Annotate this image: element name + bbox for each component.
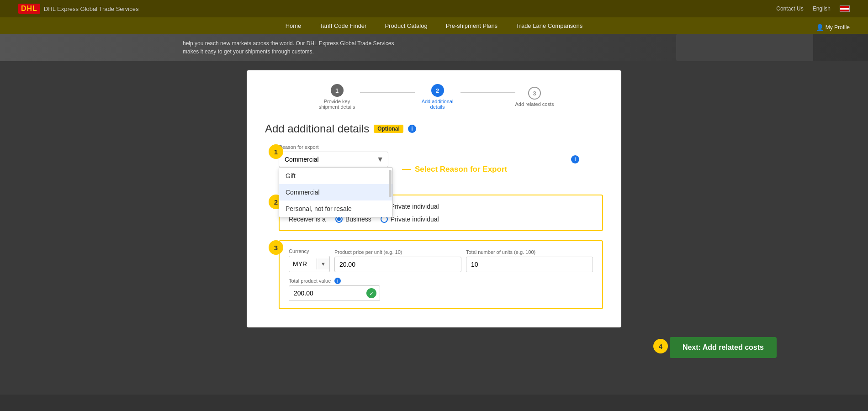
- hero-area: help you reach new markets across the wo…: [0, 34, 868, 61]
- section-3: Currency ▼ Product price per unit (e.g. …: [279, 240, 603, 309]
- currency-dropdown-arrow[interactable]: ▼: [317, 258, 329, 269]
- total-product-label: Total product value: [289, 278, 331, 284]
- section-1-wrapper: 1 Reason for export Commercial ▼ Gift Co…: [279, 144, 603, 167]
- step-1-label: Provide key shipment details: [314, 99, 360, 110]
- step-1-circle: 1: [331, 84, 344, 97]
- currency-wrapper: Currency ▼: [289, 248, 330, 272]
- optional-badge: Optional: [374, 125, 403, 133]
- currency-label: Currency: [289, 248, 330, 254]
- section-4-number: 4: [653, 339, 668, 353]
- section-3-number: 3: [269, 240, 283, 255]
- export-reason-select[interactable]: Commercial: [279, 152, 388, 167]
- export-reason-label: Reason for export: [279, 144, 603, 150]
- step-2-label: Add additional details: [415, 99, 460, 110]
- dropdown-scrollbar: [389, 168, 392, 217]
- step-connector-1: [360, 92, 415, 93]
- content-area: 1 Provide key shipment details 2 Add add…: [0, 61, 868, 395]
- nav-product[interactable]: Product Catalog: [385, 22, 427, 29]
- total-info-icon[interactable]: i: [334, 278, 341, 284]
- section-1: Reason for export Commercial ▼ Gift Comm…: [279, 144, 603, 167]
- unit-price-input[interactable]: [334, 257, 461, 272]
- dropdown-scrollbar-thumb: [389, 170, 392, 197]
- hero-image: [676, 34, 813, 61]
- nav-bar: Home Tariff Code Finder Product Catalog …: [0, 17, 868, 34]
- callout-area: Select Reason for Export: [402, 165, 507, 174]
- total-label-row: Total product value i: [289, 278, 380, 285]
- export-reason-select-wrapper: Commercial ▼ Gift Commercial Personal, n…: [279, 152, 388, 167]
- unit-price-label: Product price per unit (e.g. 10): [334, 249, 461, 255]
- currency-select[interactable]: ▼: [289, 256, 330, 272]
- shipper-private-label: Private individual: [391, 203, 439, 210]
- page-title: Add additional details Optional i: [265, 122, 603, 135]
- next-button[interactable]: Next: Add related costs: [670, 337, 777, 358]
- progress-steps: 1 Provide key shipment details 2 Add add…: [265, 84, 603, 110]
- check-icon: ✓: [366, 288, 376, 298]
- price-input-row: Currency ▼ Product price per unit (e.g. …: [289, 248, 593, 272]
- flag-icon: [840, 5, 850, 12]
- total-units-input[interactable]: [466, 257, 593, 272]
- unit-price-field: Product price per unit (e.g. 10): [334, 249, 461, 272]
- nav-tariff[interactable]: Tariff Code Finder: [319, 22, 366, 29]
- contact-us-link[interactable]: Contact Us: [776, 5, 803, 12]
- export-reason-dropdown: Gift Commercial Personal, not for resale: [279, 167, 393, 217]
- title-info-icon[interactable]: i: [408, 125, 416, 133]
- hero-text: help you reach new markets across the wo…: [183, 39, 411, 56]
- select-reason-callout: Select Reason for Export: [415, 165, 507, 174]
- receiver-private-label: Private individual: [391, 216, 439, 223]
- total-value-row: Total product value i ✓: [289, 278, 593, 301]
- nav-pre-shipment[interactable]: Pre-shipment Plans: [446, 22, 498, 29]
- currency-input[interactable]: [289, 258, 317, 270]
- step-3: 3 Add related costs: [515, 87, 554, 107]
- site-title: DHL Express Global Trade Services: [44, 5, 139, 12]
- step-1: 1 Provide key shipment details: [314, 84, 360, 110]
- nav-trade-lane[interactable]: Trade Lane Comparisons: [516, 22, 582, 29]
- total-product-value-field: Total product value i ✓: [289, 278, 380, 301]
- step-connector-2: [460, 92, 515, 93]
- dropdown-item-commercial[interactable]: Commercial: [279, 184, 392, 200]
- total-units-label: Total number of units (e.g. 100): [466, 249, 593, 255]
- export-reason-info-icon[interactable]: i: [571, 155, 579, 163]
- section-1-number: 1: [269, 144, 283, 159]
- total-input-wrapper: ✓: [289, 285, 380, 301]
- dropdown-item-personal[interactable]: Personal, not for resale: [279, 200, 392, 217]
- nav-my-profile[interactable]: 👤 My Profile: [816, 24, 850, 31]
- total-units-field: Total number of units (e.g. 100): [466, 249, 593, 272]
- top-bar: DHL DHL Express Global Trade Services Co…: [0, 0, 868, 17]
- top-bar-right: Contact Us English: [776, 5, 850, 12]
- logo-area: DHL DHL Express Global Trade Services: [18, 4, 139, 14]
- step-2-circle: 2: [431, 84, 444, 97]
- step-2: 2 Add additional details: [415, 84, 460, 110]
- dhl-logo: DHL: [18, 4, 40, 14]
- step-3-circle: 3: [528, 87, 541, 100]
- form-panel: 1 Provide key shipment details 2 Add add…: [247, 70, 621, 327]
- section-3-wrapper: 3 Currency ▼ Product price per unit (e.g…: [279, 240, 603, 309]
- dropdown-item-gift[interactable]: Gift: [279, 168, 392, 184]
- language-selector[interactable]: English: [813, 5, 831, 12]
- step-3-label: Add related costs: [515, 101, 554, 107]
- nav-home[interactable]: Home: [286, 22, 302, 29]
